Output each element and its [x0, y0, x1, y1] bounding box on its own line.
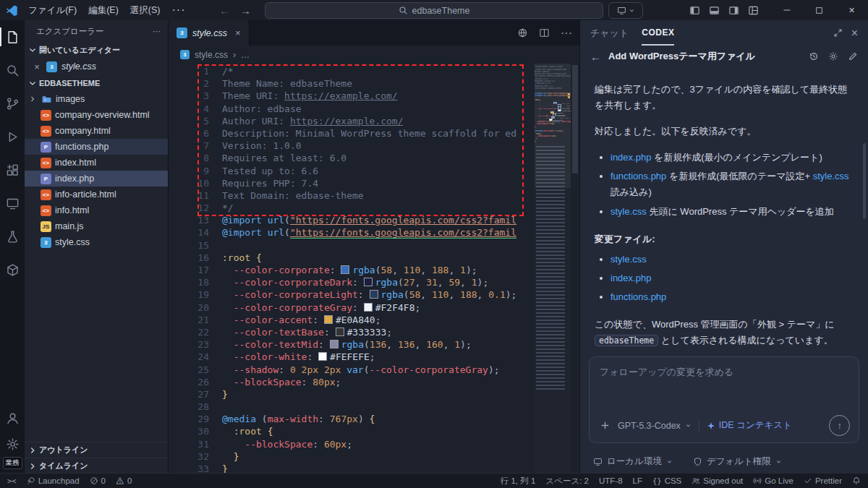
- ide-context-toggle[interactable]: IDE コンテキスト: [707, 419, 792, 432]
- color-swatch: [364, 278, 373, 286]
- toggle-secondary-sidebar-icon[interactable]: [724, 0, 744, 20]
- menu-ファイル[interactable]: ファイル(F): [22, 4, 82, 17]
- more-actions-icon[interactable]: ···: [153, 27, 161, 35]
- status-prettier[interactable]: Prettier: [804, 476, 842, 485]
- more-actions-icon[interactable]: ···: [561, 27, 572, 40]
- file-link[interactable]: index.php: [610, 152, 651, 163]
- activity-extensions-icon[interactable]: [0, 153, 25, 187]
- activity-accounts-icon[interactable]: [0, 405, 25, 431]
- menu-overflow-icon[interactable]: ···: [166, 4, 191, 17]
- editor-scrollbar[interactable]: [571, 64, 579, 474]
- close-button[interactable]: ×: [835, 0, 868, 20]
- panel-scrollbar[interactable]: [863, 143, 866, 219]
- navigate-back-icon[interactable]: ←: [219, 4, 230, 17]
- menu-編集[interactable]: 編集(E): [82, 4, 124, 17]
- tree-item-company.html[interactable]: <>company.html: [25, 123, 168, 139]
- run-profile-button[interactable]: [608, 2, 643, 19]
- status-cursor-position[interactable]: 行 1, 列 1: [501, 476, 536, 487]
- sidebar-title: エクスプローラー: [36, 26, 104, 37]
- activity-containers-icon[interactable]: [0, 253, 25, 286]
- code-editor[interactable]: 1/*2Theme Name: edbaseTheme3Theme URI: h…: [169, 64, 579, 474]
- explorer-sidebar: エクスプローラー ··· 開いているエディター ×3style.css EDBA…: [25, 20, 169, 474]
- status-encoding[interactable]: UTF-8: [599, 476, 623, 485]
- toggle-primary-sidebar-icon[interactable]: [685, 0, 705, 20]
- file-link[interactable]: style.css: [610, 254, 647, 265]
- status-label: LF: [633, 476, 642, 485]
- tab-codex[interactable]: CODEX: [642, 20, 674, 46]
- status-label: Launchpad: [38, 476, 80, 485]
- split-editor-icon[interactable]: [539, 27, 550, 38]
- html-file-icon: <>: [41, 126, 51, 137]
- new-chat-icon[interactable]: [848, 51, 858, 61]
- close-panel-icon[interactable]: ×: [851, 27, 858, 40]
- status-indentation[interactable]: スペース: 2: [545, 476, 589, 487]
- breadcrumb[interactable]: 3 style.css › …: [169, 46, 579, 64]
- status-remote-indicator[interactable]: ><: [7, 476, 17, 485]
- permissions-selector[interactable]: デフォルト権限: [693, 455, 782, 468]
- tree-item-info.html[interactable]: <>info.html: [25, 202, 168, 218]
- activity-explorer-icon[interactable]: [0, 20, 25, 53]
- open-editors-section[interactable]: 開いているエディター: [25, 42, 168, 58]
- toggle-panel-icon[interactable]: [705, 0, 724, 20]
- environment-selector[interactable]: ローカル環境: [593, 455, 673, 468]
- file-link[interactable]: functions.php: [610, 171, 666, 181]
- tree-item-info-article.html[interactable]: <>info-article.html: [25, 187, 168, 202]
- tree-item-index.php[interactable]: Pindex.php: [25, 171, 168, 187]
- status-errors[interactable]: 0: [90, 476, 106, 485]
- activity-settings-icon[interactable]: [0, 431, 25, 457]
- tree-item-index.html[interactable]: <>index.html: [25, 155, 168, 171]
- file-link[interactable]: style.css: [813, 171, 849, 181]
- status-go-live[interactable]: Go Live: [753, 476, 793, 485]
- file-link[interactable]: functions.php: [610, 291, 666, 302]
- profile-badge[interactable]: 業務: [3, 457, 22, 469]
- expand-panel-icon[interactable]: [833, 28, 843, 38]
- send-button[interactable]: ↑: [829, 415, 850, 436]
- chevron-right-icon: [27, 95, 38, 103]
- status-signed-out[interactable]: Signed out: [692, 476, 743, 485]
- attach-plus-icon[interactable]: [600, 420, 610, 431]
- file-name: index.html: [55, 158, 96, 168]
- vscode-window: ファイル(F)編集(E)選択(S) ··· ← → edbaseTheme ×: [0, 0, 868, 488]
- close-editor-icon[interactable]: ×: [32, 61, 42, 72]
- file-link[interactable]: index.php: [610, 273, 651, 283]
- status-language-mode[interactable]: {}CSS: [652, 476, 681, 485]
- chat-input-box[interactable]: フォローアップの変更を求める GPT-5.3-Codex IDE コンテキスト …: [589, 356, 859, 443]
- activity-run-and-debug-icon[interactable]: [0, 120, 25, 153]
- command-center-search[interactable]: edbaseTheme: [265, 2, 603, 19]
- outline-section[interactable]: アウトライン: [25, 442, 168, 458]
- model-selector[interactable]: GPT-5.3-Codex: [618, 421, 692, 431]
- tab-style-css[interactable]: 3 style.css ×: [169, 20, 250, 46]
- tree-item-images[interactable]: images: [25, 91, 168, 107]
- history-icon[interactable]: [809, 51, 819, 61]
- tree-item-functions.php[interactable]: Pfunctions.php: [25, 139, 168, 155]
- activity-search-icon[interactable]: [0, 53, 25, 87]
- customize-layout-icon[interactable]: [744, 0, 763, 20]
- activity-source-control-icon[interactable]: [0, 87, 25, 120]
- tree-item-style.css[interactable]: 3style.css: [25, 234, 168, 250]
- file-name: company-overview.html: [55, 110, 150, 120]
- settings-gear-icon[interactable]: [828, 51, 838, 61]
- open-in-browser-icon[interactable]: [517, 27, 528, 38]
- timeline-section[interactable]: タイムライン: [25, 458, 168, 474]
- open-editor-style.css[interactable]: ×3style.css: [25, 58, 168, 75]
- activity-testing-icon[interactable]: [0, 220, 25, 253]
- file-link[interactable]: style.css: [610, 206, 647, 217]
- chat-bullet-item: style.css: [610, 252, 854, 267]
- status-warnings[interactable]: 0: [116, 476, 132, 485]
- tab-chat[interactable]: チャット: [590, 20, 629, 46]
- maximize-button[interactable]: [803, 0, 835, 20]
- menu-選択[interactable]: 選択(S): [124, 4, 166, 17]
- status-eol[interactable]: LF: [633, 476, 642, 485]
- warning-icon: [116, 476, 124, 485]
- root-folder-section[interactable]: EDBASETHEME: [25, 75, 168, 91]
- status-notifications[interactable]: [852, 476, 861, 485]
- activity-remote-explorer-icon[interactable]: [0, 187, 25, 220]
- navigate-forward-icon[interactable]: →: [240, 4, 251, 17]
- tree-item-main.js[interactable]: JSmain.js: [25, 218, 168, 234]
- back-icon[interactable]: ←: [590, 51, 601, 63]
- minimize-button[interactable]: [770, 0, 803, 20]
- status-launchpad[interactable]: Launchpad: [27, 476, 80, 485]
- minimap[interactable]: /*Theme Name: edbaseThemeTheme URI: http…: [535, 64, 571, 474]
- close-tab-icon[interactable]: ×: [235, 27, 241, 38]
- tree-item-company-overview.html[interactable]: <>company-overview.html: [25, 107, 168, 123]
